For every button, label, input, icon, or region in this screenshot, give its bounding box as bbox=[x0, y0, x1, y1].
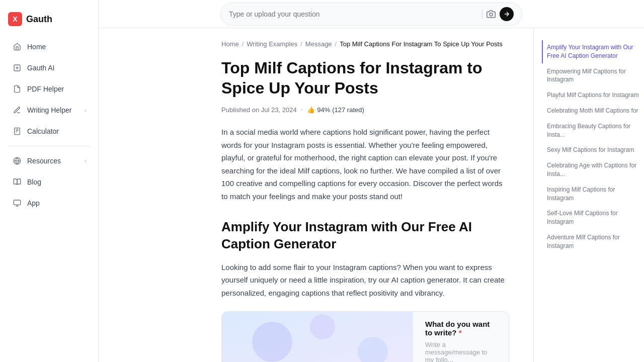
search-bar bbox=[220, 3, 522, 26]
sidebar-item-writing-helper[interactable]: Writing Helper › bbox=[4, 100, 94, 120]
search-submit-button[interactable] bbox=[500, 7, 514, 21]
toc-item-2[interactable]: Playful Milf Captions for Instagram bbox=[542, 88, 644, 103]
section1-title: Amplify Your Instagram with Our Free AI … bbox=[221, 219, 509, 253]
sidebar-label-pdf-helper: PDF Helper bbox=[27, 85, 64, 93]
svg-rect-7 bbox=[14, 200, 20, 205]
sidebar-label-gauth-ai: Gauth AI bbox=[27, 64, 54, 72]
logo-icon: X bbox=[8, 12, 22, 26]
sidebar-item-calculator[interactable]: Calculator bbox=[4, 121, 94, 141]
resources-chevron-icon: › bbox=[85, 158, 86, 164]
logo-area[interactable]: X Gauth bbox=[0, 8, 98, 36]
breadcrumb-writing-examples[interactable]: Writing Examples bbox=[247, 40, 297, 48]
toc-item-7[interactable]: Inspiring Milf Captions for Instagram bbox=[542, 183, 644, 206]
rating-count: (127 rated) bbox=[332, 106, 364, 114]
toc-item-3[interactable]: Celebrating Moth Milf Captions for bbox=[542, 104, 644, 118]
sidebar-item-blog[interactable]: Blog bbox=[4, 172, 94, 192]
writing-helper-chevron-icon: › bbox=[85, 108, 86, 113]
sidebar-item-home[interactable]: Home bbox=[4, 37, 94, 57]
toc-sidebar: Amplify Your Instagram with Our Free AI … bbox=[533, 28, 644, 362]
svg-point-10 bbox=[490, 13, 493, 16]
rating: 👍 94% (127 rated) bbox=[307, 106, 364, 114]
home-icon bbox=[12, 42, 22, 52]
ai-card: What do you want to write? * Write a mes… bbox=[221, 311, 509, 362]
breadcrumb-current: Top Milf Captions For Instagram To Spice… bbox=[340, 40, 502, 48]
nav-divider bbox=[8, 146, 90, 146]
rating-percent: 94% bbox=[317, 106, 330, 114]
breadcrumb-message[interactable]: Message bbox=[305, 40, 332, 48]
ai-icon bbox=[12, 63, 22, 73]
card-input-hint: Write a message/message to my follo... bbox=[425, 341, 497, 362]
sidebar-item-app[interactable]: App bbox=[4, 193, 94, 213]
sidebar: X Gauth Home Gauth AI PDF Helper Writing… bbox=[0, 0, 99, 362]
article-meta: Published on Jul 23, 2024 • 👍 94% (127 r… bbox=[221, 106, 509, 114]
main-wrapper: Home / Writing Examples / Message / Top … bbox=[197, 28, 644, 362]
svg-point-14 bbox=[310, 314, 335, 339]
header bbox=[99, 0, 644, 28]
pdf-icon bbox=[12, 84, 22, 94]
required-star: * bbox=[459, 328, 462, 337]
search-divider bbox=[482, 10, 482, 19]
writing-icon bbox=[12, 105, 22, 115]
sidebar-label-calculator: Calculator bbox=[27, 127, 59, 135]
sidebar-label-home: Home bbox=[27, 43, 46, 51]
search-input[interactable] bbox=[229, 10, 478, 18]
toc-item-9[interactable]: Adventure Milf Captions for Instagram bbox=[542, 230, 644, 253]
blog-icon bbox=[12, 177, 22, 187]
page-title: Top Milf Captions for Instagram to Spice… bbox=[221, 58, 509, 98]
resources-icon bbox=[12, 156, 22, 166]
sidebar-item-gauth-ai[interactable]: Gauth AI bbox=[4, 58, 94, 78]
ai-card-image bbox=[222, 312, 413, 362]
section1-body: Looking to add some flair to your Instag… bbox=[221, 261, 509, 300]
logo-text: Gauth bbox=[26, 14, 52, 25]
toc-item-4[interactable]: Embracing Beauty Captions for Insta... bbox=[542, 119, 644, 142]
card-decoration bbox=[222, 312, 413, 362]
sidebar-label-writing-helper: Writing Helper bbox=[27, 106, 71, 114]
toc-item-1[interactable]: Empowering Milf Captions for Instagram bbox=[542, 64, 644, 87]
ai-card-right: What do you want to write? * Write a mes… bbox=[413, 312, 509, 362]
sidebar-item-pdf-helper[interactable]: PDF Helper bbox=[4, 79, 94, 99]
toc-item-6[interactable]: Celebrating Age with Captions for Insta.… bbox=[542, 158, 644, 182]
sidebar-label-blog: Blog bbox=[27, 178, 41, 186]
svg-rect-1 bbox=[15, 128, 20, 134]
toc-item-5[interactable]: Sexy Milf Captions for Instagram bbox=[542, 143, 644, 157]
calculator-icon bbox=[12, 126, 22, 136]
thumbs-up-icon: 👍 bbox=[307, 106, 315, 114]
card-question-label: What do you want to write? * bbox=[425, 320, 497, 337]
main-content: Home / Writing Examples / Message / Top … bbox=[197, 28, 533, 362]
sidebar-item-resources[interactable]: Resources › bbox=[4, 151, 94, 171]
toc-item-0[interactable]: Amplify Your Instagram with Our Free AI … bbox=[542, 40, 644, 63]
breadcrumb: Home / Writing Examples / Message / Top … bbox=[221, 40, 509, 48]
breadcrumb-home[interactable]: Home bbox=[221, 40, 239, 48]
sidebar-label-app: App bbox=[27, 199, 40, 207]
svg-point-13 bbox=[252, 322, 292, 362]
camera-icon[interactable] bbox=[487, 9, 496, 19]
article-body: In a social media world where captions h… bbox=[221, 126, 509, 203]
app-icon bbox=[12, 198, 22, 208]
sidebar-label-resources: Resources bbox=[27, 157, 61, 165]
published-date: Published on Jul 23, 2024 bbox=[221, 106, 297, 114]
toc-item-8[interactable]: Self-Love Milf Captions for Instagram bbox=[542, 206, 644, 229]
